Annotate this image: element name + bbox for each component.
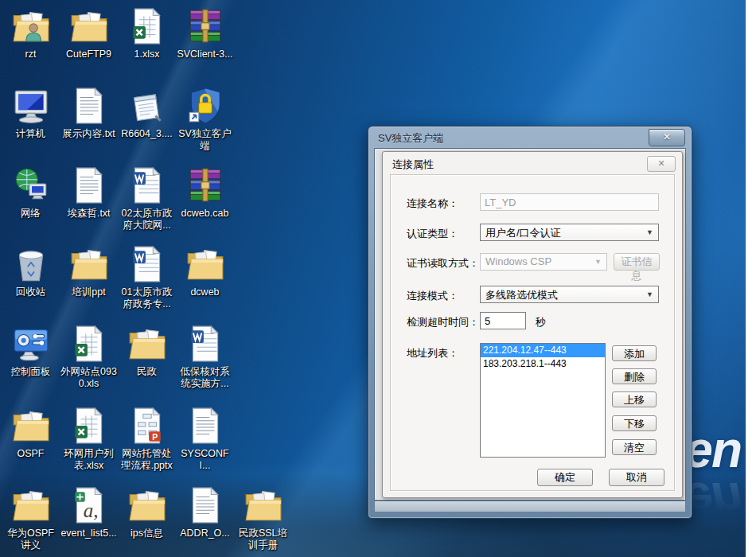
desktop-icon-label: 低保核对系统实施方... bbox=[176, 366, 234, 391]
excel-file-icon bbox=[118, 3, 176, 46]
word-file-icon bbox=[176, 321, 234, 364]
window-titlebar[interactable]: SV独立客户端 ✕ bbox=[368, 127, 692, 148]
cert-read-mode-value: Windows CSP bbox=[485, 255, 551, 267]
cert-read-mode-dropdown: Windows CSP ▼ bbox=[480, 253, 607, 271]
desktop-icon-label: dcweb bbox=[176, 286, 234, 298]
folder-icon bbox=[60, 241, 118, 284]
folder-icon bbox=[2, 482, 60, 525]
close-icon[interactable]: ✕ bbox=[649, 129, 685, 146]
delete-button[interactable]: 删除 bbox=[612, 368, 657, 384]
folder-user-icon bbox=[2, 3, 60, 46]
add-button[interactable]: 添加 bbox=[612, 345, 657, 361]
connection-mode-label: 连接模式： bbox=[407, 289, 458, 303]
network-icon bbox=[2, 162, 60, 205]
desktop-icon[interactable]: 回收站 bbox=[2, 241, 60, 319]
desktop-icon[interactable]: a,event_list5... bbox=[60, 482, 118, 557]
text-file-icon bbox=[176, 403, 234, 446]
desktop-icon-label: OSPF bbox=[2, 448, 60, 460]
excel-file-icon bbox=[60, 321, 118, 364]
chevron-down-icon: ▼ bbox=[646, 290, 653, 298]
desktop-icon[interactable]: dcweb bbox=[176, 241, 234, 319]
cancel-button[interactable]: 取消 bbox=[609, 469, 664, 486]
desktop-icon-label: 控制面板 bbox=[2, 366, 60, 378]
desktop-icon-label: ADDR_O... bbox=[176, 528, 234, 539]
clear-button[interactable]: 清空 bbox=[612, 439, 657, 455]
desktop-icon[interactable]: 华为OSPF 讲义 bbox=[2, 482, 60, 557]
connection-mode-value: 多线路选优模式 bbox=[485, 289, 558, 301]
move-up-button[interactable]: 上移 bbox=[612, 391, 657, 407]
winrar-archive-icon bbox=[176, 3, 234, 46]
desktop-icon-label: 华为OSPF 讲义 bbox=[2, 528, 60, 552]
computer-icon bbox=[2, 83, 60, 126]
desktop-icon[interactable]: 民政SSL培训手册 bbox=[234, 482, 292, 557]
desktop-icon[interactable]: ips信息 bbox=[118, 482, 176, 557]
desktop-icon[interactable]: rzt bbox=[2, 3, 60, 81]
desktop-icon-label: 展示内容.txt bbox=[60, 128, 118, 140]
desktop-icon-label: event_list5... bbox=[60, 528, 118, 539]
desktop-icon[interactable]: 01太原市政府政务专... bbox=[118, 241, 176, 319]
desktop-icon[interactable]: 02太原市政府大院网... bbox=[118, 162, 176, 240]
desktop-icon[interactable]: R6604_3.... bbox=[118, 83, 176, 161]
desktop-icon-label: rzt bbox=[2, 49, 60, 60]
desktop-icon[interactable]: 环网用户列表.xlsx bbox=[60, 403, 118, 481]
address-list-item[interactable]: 221.204.12.47--443 bbox=[481, 344, 605, 357]
desktop-icon-label: R6604_3.... bbox=[118, 128, 176, 140]
cert-info-button: 证书信息 bbox=[614, 253, 660, 271]
desktop-icon[interactable]: 控制面板 bbox=[2, 321, 60, 399]
desktop-icon-label: 培训ppt bbox=[60, 286, 118, 298]
screen: len len rztCuteFTP91.xlsxSVClient-3...计算… bbox=[0, 0, 756, 557]
desktop-icon-label: 民政 bbox=[118, 366, 176, 378]
desktop-icon-label: 1.xlsx bbox=[118, 49, 176, 60]
timeout-input[interactable] bbox=[480, 312, 526, 329]
address-list-label: 地址列表： bbox=[407, 346, 458, 360]
excel-file-icon bbox=[60, 403, 118, 446]
desktop-icon[interactable]: SV独立客户端 bbox=[176, 83, 234, 161]
svg-text:a,: a, bbox=[83, 500, 98, 521]
text-file-icon bbox=[60, 162, 118, 205]
desktop-icon[interactable]: 民政 bbox=[118, 321, 176, 399]
desktop-icon[interactable]: 埃森哲.txt bbox=[60, 162, 118, 240]
desktop-icon-label: dcweb.cab bbox=[176, 208, 234, 220]
folder-icon bbox=[118, 482, 176, 525]
desktop-icon[interactable]: SVClient-3... bbox=[176, 3, 234, 81]
move-down-button[interactable]: 下移 bbox=[612, 415, 657, 431]
desktop-icon-label: SYSCONFI... bbox=[176, 448, 234, 473]
desktop-icon[interactable]: P网站托管处理流程.pptx bbox=[118, 403, 176, 481]
desktop-icon[interactable]: ADDR_O... bbox=[176, 482, 234, 557]
text-file-icon bbox=[60, 83, 118, 126]
recycle-bin-icon bbox=[2, 241, 60, 284]
dialog-close-icon[interactable]: ✕ bbox=[647, 156, 676, 172]
desktop-icon-label: 外网站点0930.xls bbox=[60, 366, 118, 391]
desktop-icon[interactable]: dcweb.cab bbox=[176, 162, 234, 240]
word-file-icon bbox=[118, 162, 176, 205]
desktop-icon[interactable]: SYSCONFI... bbox=[176, 403, 234, 481]
connection-name-input[interactable] bbox=[480, 193, 659, 211]
desktop-icon[interactable]: 网络 bbox=[2, 162, 60, 240]
auth-type-label: 认证类型： bbox=[407, 227, 458, 241]
connection-properties-dialog: 连接属性 ✕ 连接名称： 认证类型： 用户名/口令认证 ▼ 证书读取方式： Wi… bbox=[382, 151, 683, 498]
connection-name-label: 连接名称： bbox=[407, 197, 458, 211]
desktop-icon-label: 网站托管处理流程.pptx bbox=[118, 448, 176, 473]
ok-button[interactable]: 确定 bbox=[537, 469, 593, 486]
chevron-down-icon: ▼ bbox=[594, 258, 602, 266]
desktop-icon[interactable]: OSPF bbox=[2, 403, 60, 481]
desktop-icon[interactable]: CuteFTP9 bbox=[60, 3, 118, 81]
desktop-icon-label: SV独立客户端 bbox=[176, 128, 234, 153]
desktop-icon[interactable]: 外网站点0930.xls bbox=[60, 321, 118, 399]
auth-type-dropdown[interactable]: 用户名/口令认证 ▼ bbox=[480, 224, 659, 241]
desktop-icon-label: 01太原市政府政务专... bbox=[118, 286, 176, 311]
connection-mode-dropdown[interactable]: 多线路选优模式 ▼ bbox=[480, 286, 659, 303]
word-file-icon bbox=[118, 241, 176, 284]
desktop-icon[interactable]: 培训ppt bbox=[60, 241, 118, 319]
address-list-item[interactable]: 183.203.218.1--443 bbox=[481, 357, 605, 371]
desktop-icon[interactable]: 展示内容.txt bbox=[60, 83, 118, 161]
desktop-icon[interactable]: 1.xlsx bbox=[118, 3, 176, 81]
window-body: 连接属性 ✕ 连接名称： 认证类型： 用户名/口令认证 ▼ 证书读取方式： Wi… bbox=[374, 148, 686, 501]
desktop-icon[interactable]: 低保核对系统实施方... bbox=[176, 321, 234, 399]
address-listbox[interactable]: 221.204.12.47--443183.203.218.1--443 bbox=[480, 343, 606, 458]
desktop-icon-label: 民政SSL培训手册 bbox=[234, 528, 292, 552]
folder-icon bbox=[60, 3, 118, 46]
desktop-icon[interactable]: 计算机 bbox=[2, 83, 60, 161]
desktop-icon-label: 环网用户列表.xlsx bbox=[60, 448, 118, 473]
chevron-down-icon: ▼ bbox=[646, 228, 653, 236]
